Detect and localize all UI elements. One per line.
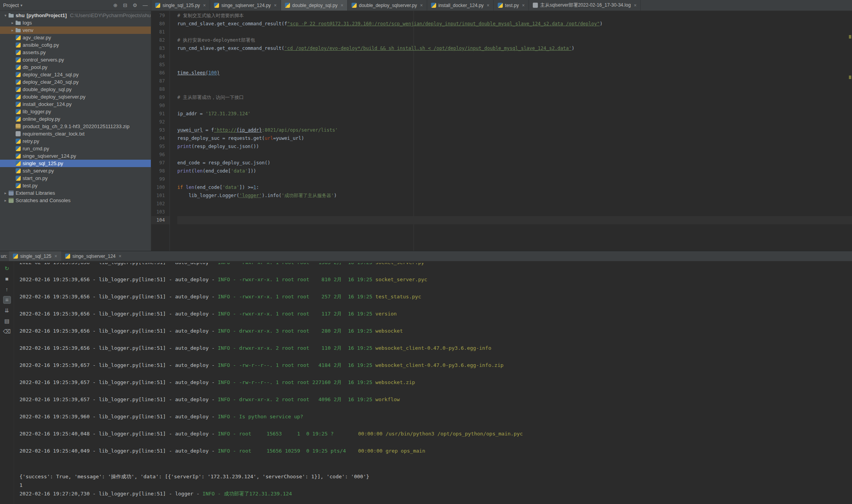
code-line[interactable]: run_cmd_slave.get_exec_command_result('c… bbox=[177, 44, 852, 53]
tree-item-logs[interactable]: ▸logs bbox=[0, 19, 151, 26]
scroll-to-end-icon[interactable]: ⇊ bbox=[3, 307, 11, 314]
tree-item-control-servers-py[interactable]: control_servers.py bbox=[0, 56, 151, 63]
tab-label: single_sql_125.py bbox=[163, 3, 200, 8]
editor-pane[interactable]: 7980818283848586878889909192939495969798… bbox=[151, 11, 852, 251]
locate-file-icon[interactable]: ⊕ bbox=[113, 2, 118, 8]
code-line[interactable] bbox=[177, 53, 852, 61]
tree-item-install-docker-124-py[interactable]: install_docker_124.py bbox=[0, 100, 151, 108]
code-line[interactable]: run_cmd_slave.get_exec_command_result(f"… bbox=[177, 20, 852, 28]
code-line[interactable]: lib_logger.Logger('logger').info('成功部署了主… bbox=[177, 192, 852, 200]
close-tab-icon[interactable]: × bbox=[119, 254, 122, 259]
console-line: 1 bbox=[19, 481, 852, 490]
tree-item-agv-clear-py[interactable]: agv_clear.py bbox=[0, 34, 151, 41]
chevron-icon[interactable]: ▸ bbox=[2, 198, 9, 203]
stop-icon[interactable]: ■ bbox=[3, 275, 11, 283]
tree-item-scratches-and-consoles[interactable]: ▸Scratches and Consoles bbox=[0, 197, 151, 204]
tree-item-product-big-ch-2-9-1-hf3-20220125111233-zip[interactable]: product_big_ch_2.9.1-hf3_20220125111233.… bbox=[0, 123, 151, 130]
chevron-down-icon[interactable]: ▾ bbox=[20, 3, 22, 7]
editor-tab[interactable]: double_deploy_sql.py× bbox=[281, 0, 348, 11]
run-tab[interactable]: singe_sqlserver_124× bbox=[61, 251, 126, 261]
tree-item-deploy-clear-124-sql-py[interactable]: deploy_clear_124_sql.py bbox=[0, 71, 151, 78]
tree-item-db-pool-py[interactable]: db_pool.py bbox=[0, 63, 151, 71]
code-line[interactable]: time.sleep(100) bbox=[177, 69, 852, 77]
tree-item-external-libraries[interactable]: ▸External Libraries bbox=[0, 189, 151, 197]
tree-item-venv[interactable]: ▸venv bbox=[0, 26, 151, 34]
tree-item-label: control_servers.py bbox=[23, 57, 64, 63]
editor-tab[interactable]: install_docker_124.py× bbox=[427, 0, 494, 11]
tree-item-retry-py[interactable]: retry.py bbox=[0, 137, 151, 145]
code-line[interactable] bbox=[177, 61, 852, 69]
code-line[interactable] bbox=[177, 216, 852, 224]
close-tab-icon[interactable]: × bbox=[522, 3, 525, 8]
tree-item-start-on-py[interactable]: start_on.py bbox=[0, 174, 151, 182]
tree-item-double-deploy-sqlserver-py[interactable]: double_deploy_sqlserver.py bbox=[0, 93, 151, 100]
code-line[interactable] bbox=[177, 85, 852, 93]
close-tab-icon[interactable]: × bbox=[487, 3, 490, 8]
tree-item-singe-sqlserver-124-py[interactable]: singe_sqlserver_124.py bbox=[0, 152, 151, 160]
code-line[interactable]: if len(end_code['data']) >=1: bbox=[177, 183, 852, 192]
code-line[interactable]: resp_deploy_suc = requests.get(url=yuwei… bbox=[177, 134, 852, 143]
editor-tab[interactable]: test.py× bbox=[494, 0, 529, 11]
code-line[interactable] bbox=[177, 102, 852, 110]
code-line[interactable]: # 执行安装evo-deployment部署包 bbox=[177, 36, 852, 44]
code-line[interactable] bbox=[177, 200, 852, 208]
close-tab-icon[interactable]: × bbox=[55, 254, 57, 259]
tree-item-deploy-clear-240-sql-py[interactable]: deploy_clear_240_sql.py bbox=[0, 78, 151, 86]
hide-panel-icon[interactable]: — bbox=[143, 2, 148, 8]
error-stripe-mark[interactable] bbox=[849, 76, 851, 79]
code-line[interactable] bbox=[177, 118, 852, 126]
error-stripe-mark[interactable] bbox=[849, 35, 851, 39]
tree-item-suffix: [pythonProject1] bbox=[27, 12, 67, 18]
editor-tab[interactable]: 主从sqlserver部署2022-02-16_17-30-34.log× bbox=[529, 0, 641, 11]
chevron-icon[interactable]: ▸ bbox=[9, 21, 16, 25]
code-line[interactable]: # 复制交互式输入时需要的脚本 bbox=[177, 12, 852, 20]
gutter-line-number: 96 bbox=[151, 151, 170, 159]
code-line[interactable]: end_code = resp_deploy_suc.json() bbox=[177, 159, 852, 167]
chevron-icon[interactable]: ▾ bbox=[2, 13, 9, 18]
close-tab-icon[interactable]: × bbox=[341, 3, 343, 8]
clear-all-icon[interactable]: ⌫ bbox=[3, 328, 11, 335]
tree-item-single-sql-125-py[interactable]: single_sql_125.py bbox=[0, 160, 151, 167]
chevron-icon[interactable]: ▸ bbox=[9, 28, 16, 32]
tree-item-requirements-clear-lock-txt[interactable]: requirements_clear_lock.txt bbox=[0, 130, 151, 137]
project-tool-window-title[interactable]: Project bbox=[3, 2, 19, 8]
chevron-icon[interactable]: ▸ bbox=[2, 191, 9, 195]
code-line[interactable]: # 主从部署成功，访问一下接口 bbox=[177, 93, 852, 102]
code-line[interactable] bbox=[177, 208, 852, 216]
console-output[interactable]: 2022-02-16 19:25:39,656 - lib_logger.py[… bbox=[14, 261, 852, 504]
tree-item-online-deploy-py[interactable]: online_deploy.py bbox=[0, 115, 151, 123]
code-line[interactable] bbox=[177, 28, 852, 36]
settings-gear-icon[interactable]: ⚙ bbox=[133, 2, 137, 8]
run-tab[interactable]: single_sql_125× bbox=[9, 251, 61, 261]
tree-item-asserts-py[interactable]: asserts.py bbox=[0, 49, 151, 56]
code-line[interactable]: ip_addr = '172.31.239.124' bbox=[177, 110, 852, 118]
code-line[interactable] bbox=[177, 175, 852, 183]
code-line[interactable]: print(resp_deploy_suc.json()) bbox=[177, 143, 852, 151]
editor-tab[interactable]: single_sql_125.py× bbox=[151, 0, 210, 11]
close-tab-icon[interactable]: × bbox=[203, 3, 206, 8]
collapse-all-icon[interactable]: ⊟ bbox=[123, 2, 127, 8]
tree-item-label: lib_logger.py bbox=[23, 109, 51, 115]
close-tab-icon[interactable]: × bbox=[420, 3, 423, 8]
close-tab-icon[interactable]: × bbox=[634, 3, 636, 8]
tree-item-double-deploy-sql-py[interactable]: double_deploy_sql.py bbox=[0, 86, 151, 93]
soft-wrap-icon[interactable]: ≡ bbox=[3, 296, 11, 304]
tree-item-ssh-server-py[interactable]: ssh_server.py bbox=[0, 167, 151, 174]
tree-item-test-py[interactable]: test.py bbox=[0, 182, 151, 189]
editor-code[interactable]: # 复制交互式输入时需要的脚本run_cmd_slave.get_exec_co… bbox=[170, 11, 852, 224]
rerun-icon[interactable]: ↻ bbox=[3, 264, 11, 272]
code-line[interactable]: print(len(end_code['data'])) bbox=[177, 167, 852, 175]
close-tab-icon[interactable]: × bbox=[274, 3, 277, 8]
code-line[interactable] bbox=[177, 151, 852, 159]
nav-up-icon[interactable]: ↑ bbox=[3, 285, 11, 293]
editor-tab[interactable]: singe_sqlserver_124.py× bbox=[210, 0, 281, 11]
tree-item-ansible-cofig-py[interactable]: ansible_cofig.py bbox=[0, 41, 151, 49]
code-line[interactable] bbox=[177, 77, 852, 85]
editor-tab[interactable]: double_deploy_sqlserver.py× bbox=[348, 0, 427, 11]
tree-item-lib-logger-py[interactable]: lib_logger.py bbox=[0, 108, 151, 115]
code-line[interactable]: yuwei_url = f'http://{ip_addr}:8021/api/… bbox=[177, 126, 852, 134]
editor-code-area[interactable]: # 复制交互式输入时需要的脚本run_cmd_slave.get_exec_co… bbox=[170, 11, 852, 251]
tree-item-run-cmd-py[interactable]: run_cmd.py bbox=[0, 145, 151, 152]
print-icon[interactable]: ▤ bbox=[3, 317, 11, 325]
tree-item-shu[interactable]: ▾shu[pythonProject1]C:\Users\EDY\Pycharm… bbox=[0, 12, 151, 19]
